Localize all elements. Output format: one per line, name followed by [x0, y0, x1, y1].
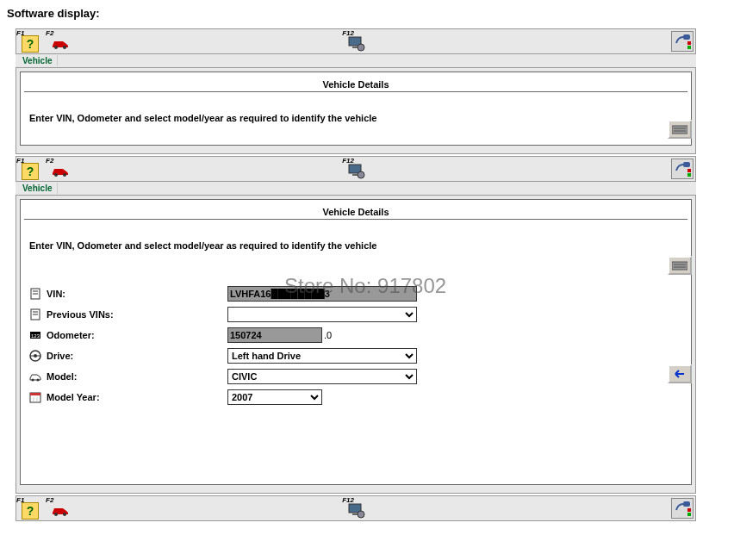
keyboard-button[interactable] — [668, 256, 692, 275]
f12-label: F12 — [342, 157, 354, 165]
vehicle-form: VIN: Previous VINs: 123 Odometer: — [28, 285, 687, 406]
connection-button[interactable] — [671, 498, 694, 519]
instruction-text: Enter VIN, Odometer and select model/yea… — [29, 113, 687, 123]
toolbar: F1 ? F2 F12 — [16, 156, 696, 182]
svg-point-11 — [54, 173, 58, 177]
car-icon — [51, 506, 70, 516]
f12-monitor-button[interactable]: F12 — [342, 29, 370, 53]
calendar-icon — [28, 390, 43, 404]
vin-input[interactable] — [227, 286, 417, 302]
f1-help-button[interactable]: F1 ? — [16, 29, 44, 53]
f1-label: F1 — [16, 157, 24, 165]
section-title: Vehicle Details — [24, 79, 687, 92]
toolbar: F1 ? F2 F12 — [16, 28, 696, 54]
document-icon — [28, 308, 43, 321]
f2-label: F2 — [46, 496, 53, 504]
keyboard-button[interactable] — [668, 120, 692, 139]
row-drive: Drive: Left hand Drive — [28, 347, 687, 364]
f2-label: F2 — [46, 29, 53, 37]
page-heading: Software display: — [7, 7, 734, 20]
row-vin: VIN: — [28, 285, 687, 302]
tab-vehicle[interactable]: Vehicle — [17, 55, 58, 66]
previous-vins-label: Previous VINs: — [47, 309, 227, 320]
section-title: Vehicle Details — [24, 207, 687, 220]
svg-point-15 — [358, 171, 364, 178]
svg-rect-36 — [672, 262, 687, 270]
drive-select[interactable]: Left hand Drive — [227, 348, 417, 364]
tab-vehicle[interactable]: Vehicle — [17, 183, 58, 194]
app-window-3: F1 ? F2 F12 — [16, 495, 696, 521]
row-model-year: Model Year: 2007 — [28, 389, 687, 406]
odometer-icon: 123 — [28, 328, 43, 342]
car-icon — [51, 39, 70, 49]
drive-label: Drive: — [47, 351, 227, 361]
tab-bar: Vehicle — [16, 182, 696, 196]
row-odometer: 123 Odometer: .0 — [28, 327, 687, 344]
f2-vehicle-button[interactable]: F2 — [46, 29, 73, 53]
f2-vehicle-button[interactable]: F2 — [46, 496, 73, 520]
help-icon: ? — [22, 163, 39, 180]
svg-rect-16 — [683, 162, 690, 167]
monitor-icon — [347, 163, 366, 180]
monitor-icon — [347, 35, 366, 53]
f2-label: F2 — [46, 157, 53, 165]
model-year-label: Model Year: — [47, 392, 227, 402]
app-window-2: F1 ? F2 F12 Vehicle Vehicle D — [16, 156, 696, 494]
f12-label: F12 — [342, 496, 354, 504]
svg-rect-33 — [30, 393, 40, 395]
svg-rect-5 — [683, 34, 690, 40]
svg-rect-18 — [687, 173, 691, 177]
svg-point-12 — [63, 173, 66, 177]
content-pane: Vehicle Details Enter VIN, Odometer and … — [16, 68, 696, 154]
f1-help-button[interactable]: F1 ? — [16, 157, 44, 181]
svg-point-4 — [358, 44, 364, 51]
svg-point-0 — [54, 46, 58, 49]
content-pane: Vehicle Details Enter VIN, Odometer and … — [16, 196, 696, 494]
odometer-label: Odometer: — [47, 330, 227, 340]
svg-rect-45 — [687, 508, 691, 512]
model-year-select[interactable]: 2007 — [227, 389, 322, 405]
f1-label: F1 — [16, 29, 24, 37]
odometer-input[interactable] — [227, 327, 322, 343]
document-icon — [28, 287, 43, 301]
help-icon: ? — [22, 35, 39, 53]
f2-vehicle-button[interactable]: F2 — [46, 157, 73, 181]
monitor-icon — [347, 502, 366, 520]
svg-rect-7 — [687, 46, 691, 49]
odometer-suffix: .0 — [324, 330, 332, 340]
row-model: Model: CIVIC — [28, 368, 687, 385]
steering-icon — [28, 349, 43, 363]
svg-rect-46 — [687, 513, 691, 516]
svg-point-1 — [63, 46, 66, 49]
instruction-text: Enter VIN, Odometer and select model/yea… — [29, 240, 687, 251]
connection-button[interactable] — [671, 31, 694, 52]
connection-button[interactable] — [671, 159, 694, 179]
f12-label: F12 — [342, 29, 354, 37]
svg-rect-3 — [352, 47, 358, 48]
svg-rect-42 — [352, 513, 358, 515]
svg-rect-17 — [687, 169, 691, 172]
model-select[interactable]: CIVIC — [227, 369, 417, 384]
svg-point-39 — [54, 513, 58, 516]
svg-rect-44 — [683, 501, 690, 507]
f1-label: F1 — [16, 496, 24, 504]
vin-label: VIN: — [47, 289, 227, 299]
model-label: Model: — [47, 371, 227, 382]
car-icon — [51, 166, 70, 177]
f1-help-button[interactable]: F1 ? — [16, 496, 44, 520]
previous-vins-select[interactable] — [227, 307, 417, 322]
svg-rect-8 — [672, 126, 687, 134]
svg-point-30 — [32, 379, 34, 382]
svg-point-40 — [63, 513, 66, 516]
app-window-1: F1 ? F2 F12 Vehicle Vehicle D — [16, 28, 696, 154]
toolbar: F1 ? F2 F12 — [16, 495, 696, 521]
svg-rect-6 — [687, 41, 691, 45]
f12-monitor-button[interactable]: F12 — [342, 157, 370, 181]
back-button[interactable] — [668, 364, 692, 383]
row-previous-vins: Previous VINs: — [28, 306, 687, 323]
svg-text:123: 123 — [31, 333, 40, 339]
svg-point-43 — [358, 511, 364, 518]
car-small-icon — [28, 370, 43, 383]
svg-rect-14 — [352, 174, 358, 176]
f12-monitor-button[interactable]: F12 — [342, 496, 370, 520]
